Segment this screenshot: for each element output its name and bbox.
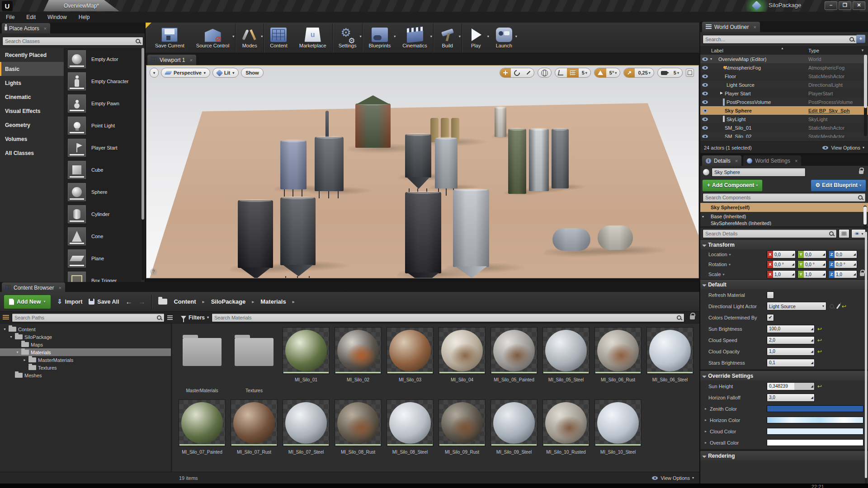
angle-snap-button[interactable] — [594, 68, 606, 77]
checkbox[interactable] — [767, 291, 774, 299]
outliner-row[interactable]: Light Source DirectionalLight — [700, 80, 868, 89]
rotation-y-field[interactable]: Y0,0 °◢ — [797, 260, 826, 268]
asset-tile[interactable]: MI_Silo_07_Painted — [179, 399, 226, 455]
dropdown[interactable]: Light Source▾ — [767, 302, 826, 310]
placeable-item[interactable]: Empty Actor — [64, 48, 141, 70]
outliner-search-input[interactable]: Search... — [703, 35, 857, 44]
chevron-down-icon[interactable]: ▾ — [232, 34, 234, 38]
grid-snap-button[interactable] — [567, 68, 579, 77]
toolbar-button[interactable]: ▾ Cinematics — [396, 23, 433, 52]
silo-mesh[interactable] — [355, 103, 391, 148]
folder-tree-item[interactable]: SiloPackage — [0, 333, 171, 341]
chevron-down-icon[interactable]: ▾ — [459, 34, 461, 38]
silo-mesh[interactable] — [453, 189, 489, 267]
move-tool-button[interactable] — [500, 68, 511, 77]
outliner-row[interactable]: PostProcessVolume PostProcessVolume — [700, 98, 868, 106]
close-icon[interactable]: × — [58, 285, 61, 291]
placeable-item[interactable]: Plane — [64, 247, 141, 269]
location-label[interactable]: Location▾ — [700, 252, 767, 257]
reset-to-default-icon[interactable]: ↩ — [817, 326, 822, 332]
silo-mesh[interactable] — [529, 129, 549, 191]
unreal-logo-icon[interactable]: U — [2, 1, 13, 11]
number-field[interactable]: 0,1◢ — [767, 359, 815, 367]
folder-tree-item[interactable]: Maps — [0, 341, 171, 348]
expand-arrow[interactable]: ▾ — [710, 57, 715, 61]
chevron-down-icon[interactable]: ▾ — [515, 34, 517, 38]
help-icon[interactable]: ? — [150, 268, 157, 275]
scale-tool-button[interactable] — [523, 68, 534, 77]
breadcrumb-content[interactable]: Content — [174, 298, 196, 305]
menu-item[interactable]: File — [0, 12, 20, 23]
scrollbar[interactable] — [864, 55, 867, 136]
outliner-row[interactable]: SM_Silo_01 StaticMeshActor — [700, 123, 868, 132]
category-item[interactable]: Recently Placed — [0, 48, 64, 62]
visibility-eye-icon[interactable] — [702, 65, 708, 70]
chevron-down-icon[interactable]: ▾ — [359, 34, 361, 38]
expand-arrow[interactable]: ▾ — [702, 215, 706, 219]
menu-item[interactable]: Help — [73, 12, 96, 23]
number-field[interactable]: 0,348239◢ — [767, 382, 815, 390]
asset-tile[interactable]: MI_Silo_02 — [335, 327, 382, 393]
close-icon[interactable]: × — [44, 26, 47, 31]
placeable-item[interactable]: Cube — [64, 159, 141, 181]
add-new-button[interactable]: Add New▾ — [4, 295, 51, 309]
actor-name-field[interactable]: Sky Sphere — [712, 168, 806, 177]
category-item[interactable]: Volumes — [0, 132, 64, 146]
outliner-row[interactable]: Sky Sphere Edit BP_Sky_Sph — [700, 106, 868, 115]
outliner-row[interactable]: AtmosphericFog AtmosphericFog — [700, 63, 868, 72]
category-item[interactable]: Geometry — [0, 118, 64, 132]
edit-blueprint-button[interactable]: ⚙Edit Blueprint▾ — [811, 179, 866, 192]
scale-snap-button[interactable]: ↗ — [624, 68, 635, 77]
silo-mesh[interactable] — [552, 129, 569, 188]
visibility-eye-icon[interactable] — [702, 74, 708, 79]
search-details-input[interactable]: Search Details — [703, 229, 837, 238]
camera-speed-value[interactable]: 5▾ — [670, 68, 682, 77]
level-tab[interactable]: OverviewMap* — [43, 0, 119, 11]
color-swatch[interactable] — [767, 417, 863, 423]
lit-mode-button[interactable]: Lit▾ — [212, 68, 239, 78]
asset-tile[interactable]: MI_Silo_07_Rust — [231, 399, 278, 455]
lock-icon[interactable] — [690, 315, 695, 319]
grid-snap-value[interactable]: 5▾ — [579, 68, 590, 77]
asset-tile[interactable]: Textures — [231, 327, 278, 393]
breadcrumb-silopackage[interactable]: SiloPackage — [211, 298, 246, 305]
display-filter-button[interactable]: ▾ — [851, 229, 866, 238]
camera-speed-button[interactable] — [658, 68, 670, 77]
asset-tile[interactable]: MI_Silo_10_Rusted — [542, 399, 590, 455]
asset-tile[interactable]: MI_Silo_08_Rust — [335, 399, 382, 455]
viewport-options-button[interactable]: ▾ — [150, 68, 159, 78]
back-button[interactable]: ← — [125, 298, 132, 305]
type-filter-icon[interactable]: ▼ — [861, 48, 864, 52]
placeable-item[interactable]: Box Trigger — [64, 269, 141, 282]
rotation-label[interactable]: Rotation▾ — [700, 262, 767, 267]
menu-item[interactable]: Window — [42, 12, 73, 23]
toolbar-button[interactable]: ▾ Source Control — [190, 23, 236, 52]
color-swatch[interactable] — [767, 405, 863, 412]
restore-button[interactable]: ❐ — [839, 1, 851, 10]
toolbar-button[interactable]: ▾ Play — [462, 23, 490, 52]
tab-details[interactable]: i Details × — [702, 155, 741, 166]
chevron-down-icon[interactable]: ▾ — [430, 34, 432, 38]
number-field[interactable]: 100,0◢ — [767, 325, 815, 333]
section-override-settings[interactable]: Override Settings — [700, 371, 868, 380]
expand-arrow[interactable] — [9, 335, 13, 339]
silo-mesh[interactable] — [405, 134, 431, 178]
silo-mesh[interactable] — [280, 197, 316, 265]
section-default[interactable]: Default — [700, 279, 868, 289]
close-icon[interactable]: × — [753, 24, 756, 30]
lock-icon[interactable] — [859, 170, 863, 174]
asset-tile[interactable]: MI_Silo_07_Steel — [283, 399, 330, 455]
component-row[interactable]: SkySphereMesh (Inherited) — [700, 221, 868, 225]
view-options-button[interactable]: View Options▾ — [651, 475, 694, 481]
checkbox[interactable] — [767, 314, 774, 321]
surface-snap-button[interactable] — [555, 68, 567, 77]
outliner-row[interactable]: Player Start PlayerStart — [700, 89, 868, 98]
save-all-button[interactable]: Save All — [89, 299, 119, 305]
category-item[interactable]: Visual Effects — [0, 104, 64, 118]
chevron-down-icon[interactable]: ▾ — [487, 34, 489, 38]
add-actor-button[interactable]: + — [856, 35, 865, 43]
close-icon[interactable]: × — [189, 57, 192, 63]
search-paths-input[interactable]: Search Paths — [12, 313, 165, 322]
silo-mesh[interactable] — [508, 129, 526, 194]
number-field[interactable]: 3,0◢ — [767, 394, 815, 402]
